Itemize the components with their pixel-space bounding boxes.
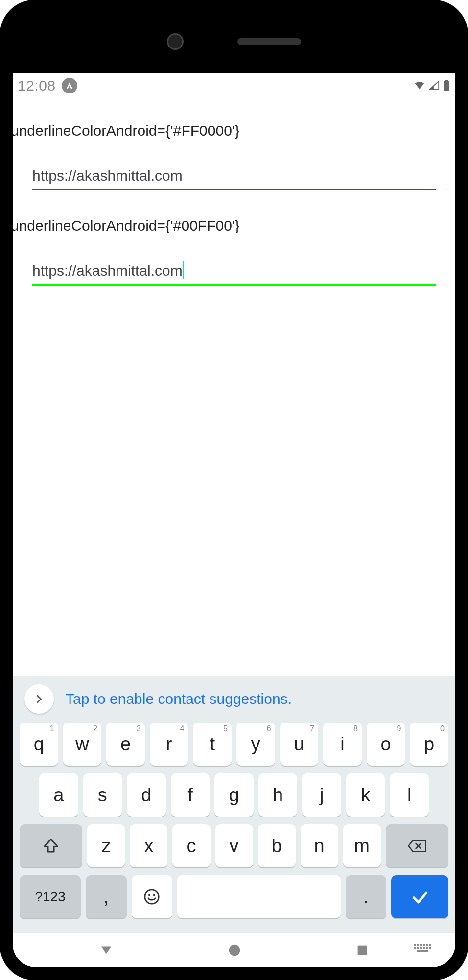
- svg-rect-14: [417, 947, 419, 949]
- symbols-key[interactable]: ?123: [20, 875, 81, 918]
- key-e[interactable]: e3: [106, 723, 145, 766]
- expo-icon: [62, 78, 77, 93]
- wifi-icon: [413, 80, 426, 91]
- key-h[interactable]: h: [258, 773, 298, 817]
- key-k[interactable]: k: [346, 773, 385, 817]
- nav-back-icon[interactable]: [99, 943, 114, 957]
- key-a[interactable]: a: [39, 773, 78, 817]
- key-c[interactable]: c: [172, 824, 210, 867]
- app-content: underlineColorAndroid={'#FF0000'} underl…: [13, 98, 455, 676]
- svg-point-5: [229, 945, 240, 956]
- status-left: 12:08: [18, 77, 77, 94]
- key-t[interactable]: t5: [193, 723, 232, 766]
- key-v[interactable]: v: [215, 824, 253, 867]
- space-key[interactable]: [177, 875, 341, 918]
- svg-rect-16: [423, 947, 425, 949]
- battery-icon: [443, 80, 450, 92]
- text-input-green-wrap[interactable]: [32, 258, 436, 286]
- svg-point-2: [145, 890, 159, 904]
- key-l[interactable]: l: [390, 773, 429, 817]
- keyboard-row-4: ?123 , .: [20, 875, 448, 918]
- key-y[interactable]: y6: [236, 723, 275, 766]
- svg-rect-10: [423, 944, 425, 946]
- key-q[interactable]: q1: [20, 723, 58, 766]
- screen: 12:08: [13, 73, 455, 967]
- svg-rect-19: [417, 950, 428, 952]
- key-r[interactable]: r4: [150, 723, 188, 766]
- key-f[interactable]: f: [171, 773, 210, 817]
- svg-rect-12: [429, 944, 431, 946]
- status-right: [413, 80, 450, 92]
- key-z[interactable]: z: [87, 824, 125, 867]
- key-d[interactable]: d: [127, 773, 166, 817]
- text-input-red[interactable]: [32, 163, 436, 189]
- svg-rect-6: [358, 946, 367, 955]
- suggestion-expand-button[interactable]: [24, 684, 54, 714]
- status-time: 12:08: [18, 77, 56, 94]
- comma-key[interactable]: ,: [86, 875, 126, 918]
- text-cursor: [183, 261, 184, 279]
- backspace-key[interactable]: [386, 824, 448, 867]
- emoji-key[interactable]: [132, 875, 172, 918]
- svg-point-3: [148, 894, 150, 896]
- nav-bar-wrap: [13, 933, 455, 967]
- speaker-slot: [237, 38, 301, 45]
- notch: [10, 10, 458, 73]
- svg-rect-17: [426, 947, 428, 949]
- keyboard-row-2: asdfghjkl: [20, 773, 448, 817]
- underline-label-green: underlineColorAndroid={'#00FF00'}: [13, 217, 455, 234]
- key-s[interactable]: s: [83, 773, 122, 817]
- svg-rect-7: [414, 944, 416, 946]
- svg-rect-13: [414, 947, 416, 949]
- device-inner: 12:08: [10, 10, 458, 970]
- keyboard-row-1: q1w2e3r4t5y6u7i8o9p0: [20, 723, 448, 766]
- key-p[interactable]: p0: [410, 723, 448, 766]
- keyboard-rows: q1w2e3r4t5y6u7i8o9p0 asdfghjkl zxcvbnm ?…: [13, 723, 455, 933]
- key-o[interactable]: o9: [367, 723, 405, 766]
- keyboard-row-3: zxcvbnm: [20, 824, 448, 867]
- svg-rect-0: [444, 81, 449, 91]
- navigation-bar: [13, 933, 455, 967]
- period-key[interactable]: .: [346, 875, 386, 918]
- key-x[interactable]: x: [130, 824, 167, 867]
- svg-point-4: [153, 894, 155, 896]
- nav-keyboard-switch-icon[interactable]: [414, 944, 431, 956]
- soft-keyboard: Tap to enable contact suggestions. q1w2e…: [13, 676, 455, 933]
- key-j[interactable]: j: [302, 773, 341, 817]
- suggestion-text[interactable]: Tap to enable contact suggestions.: [66, 691, 292, 707]
- svg-rect-1: [445, 80, 448, 81]
- key-m[interactable]: m: [343, 824, 381, 867]
- device-frame: 12:08: [0, 0, 468, 980]
- key-w[interactable]: w2: [63, 723, 102, 766]
- text-input-green[interactable]: [32, 258, 436, 284]
- underline-label-red: underlineColorAndroid={'#FF0000'}: [13, 122, 455, 139]
- nav-home-icon[interactable]: [227, 943, 242, 957]
- svg-rect-15: [420, 947, 422, 949]
- signal-icon: [428, 80, 441, 91]
- status-bar: 12:08: [13, 73, 455, 98]
- svg-rect-11: [426, 944, 428, 946]
- text-input-red-wrap[interactable]: [32, 163, 436, 190]
- keyboard-row-3-letters: zxcvbnm: [87, 824, 380, 867]
- svg-rect-9: [420, 944, 422, 946]
- key-b[interactable]: b: [258, 824, 296, 867]
- key-n[interactable]: n: [301, 824, 338, 867]
- key-u[interactable]: u7: [280, 723, 319, 766]
- enter-key[interactable]: [391, 875, 448, 918]
- shift-key[interactable]: [20, 824, 82, 867]
- svg-rect-18: [429, 947, 431, 949]
- svg-rect-8: [417, 944, 419, 946]
- key-g[interactable]: g: [214, 773, 254, 817]
- suggestion-bar: Tap to enable contact suggestions.: [13, 684, 455, 723]
- camera-dot: [167, 33, 184, 50]
- key-i[interactable]: i8: [323, 723, 362, 766]
- nav-recent-icon[interactable]: [355, 943, 369, 957]
